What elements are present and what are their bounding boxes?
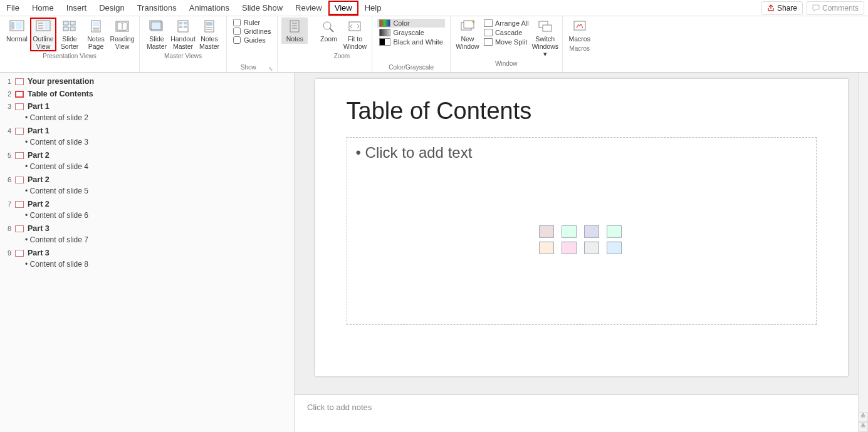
color-button[interactable]: Color <box>377 19 444 28</box>
content-placeholder[interactable]: • Click to add text <box>347 137 817 325</box>
group-label-presentation-views: Presentation Views <box>43 51 96 61</box>
grayscale-button[interactable]: Grayscale <box>377 28 444 37</box>
group-label-macros: Macros <box>569 44 590 53</box>
outline-slide-9[interactable]: 9 Part 3 <box>0 247 294 259</box>
outline-bullet[interactable]: • Content of slide 5 <box>0 186 294 198</box>
notes-page-button[interactable]: Notes Page <box>83 18 109 51</box>
svg-rect-9 <box>70 21 75 25</box>
svg-rect-28 <box>290 21 299 32</box>
move-split-icon <box>484 38 493 46</box>
new-window-button[interactable]: ✦ New Window <box>454 18 481 51</box>
outline-panel[interactable]: 1 Your presentation2 Table of Contents3 … <box>0 73 295 432</box>
svg-rect-13 <box>93 22 99 26</box>
outline-number: 7 <box>4 200 11 208</box>
outline-view-button[interactable]: Outline View <box>30 18 56 51</box>
outline-slide-3[interactable]: 3 Part 1 <box>0 100 294 113</box>
outline-title: Table of Contents <box>28 90 93 98</box>
outline-number: 9 <box>4 249 11 257</box>
normal-view-icon <box>8 19 26 34</box>
outline-slide-1[interactable]: 1 Your presentation <box>0 75 294 88</box>
tab-view[interactable]: View <box>328 1 358 16</box>
tab-help[interactable]: Help <box>358 1 388 15</box>
outline-slide-8[interactable]: 8 Part 3 <box>0 222 294 235</box>
gridlines-checkbox[interactable]: Gridlines <box>233 28 271 35</box>
group-label-window: Window <box>495 59 518 68</box>
outline-number: 5 <box>4 152 11 159</box>
slide-canvas[interactable]: Table of Contents • Click to add text <box>315 79 848 376</box>
comments-button[interactable]: Comments <box>807 1 864 15</box>
notes-page-icon <box>87 19 105 34</box>
insert-smartart-icon[interactable] <box>584 225 599 238</box>
reading-view-button[interactable]: Reading View <box>109 18 135 51</box>
notes-pane[interactable]: Click to add notes <box>295 394 858 432</box>
slide-master-icon <box>148 19 165 34</box>
cascade-button[interactable]: Cascade <box>482 28 531 37</box>
insert-video-icon[interactable] <box>584 242 599 254</box>
slide-master-button[interactable]: Slide Master <box>144 18 170 51</box>
outline-thumb-icon <box>15 91 24 98</box>
insert-table-icon[interactable] <box>539 225 554 238</box>
tab-slideshow[interactable]: Slide Show <box>236 1 289 15</box>
outline-bullet[interactable]: • Content of slide 8 <box>0 259 294 271</box>
prev-slide-button[interactable]: ≙ <box>858 412 868 422</box>
ruler-checkbox[interactable]: Ruler <box>233 19 271 26</box>
insert-picture-icon[interactable] <box>539 242 554 254</box>
outline-slide-5[interactable]: 5 Part 2 <box>0 149 294 162</box>
outline-thumb-icon <box>15 177 24 183</box>
outline-slide-7[interactable]: 7 Part 2 <box>0 198 294 210</box>
slide-title[interactable]: Table of Contents <box>347 98 817 125</box>
outline-number: 8 <box>4 225 11 232</box>
svg-rect-23 <box>184 26 187 28</box>
notes-master-button[interactable]: Notes Master <box>196 18 222 51</box>
comments-icon <box>812 4 820 12</box>
outline-thumb-icon <box>15 201 24 208</box>
svg-rect-7 <box>44 22 49 29</box>
outline-title: Part 2 <box>28 175 50 184</box>
fit-window-icon <box>346 19 363 34</box>
fit-to-window-button[interactable]: Fit to Window <box>342 18 368 51</box>
tab-file[interactable]: File <box>0 1 26 15</box>
svg-rect-1 <box>11 22 14 29</box>
outline-bullet[interactable]: • Content of slide 6 <box>0 210 294 222</box>
outline-bullet[interactable]: • Content of slide 7 <box>0 235 294 247</box>
tab-insert[interactable]: Insert <box>60 1 93 15</box>
tab-bar: File Home Insert Design Transitions Anim… <box>0 0 868 16</box>
outline-title: Your presentation <box>28 77 94 86</box>
notes-toggle-button[interactable]: Notes <box>281 18 308 44</box>
handout-master-button[interactable]: Handout Master <box>170 18 196 51</box>
outline-bullet[interactable]: • Content of slide 3 <box>0 137 294 149</box>
svg-rect-21 <box>184 22 187 24</box>
outline-thumb-icon <box>15 103 24 110</box>
insert-icon-icon[interactable] <box>607 242 622 254</box>
insert-3d-icon[interactable] <box>607 225 622 238</box>
share-button[interactable]: Share <box>761 1 803 15</box>
tab-review[interactable]: Review <box>289 1 328 15</box>
outline-title: Part 3 <box>28 249 50 257</box>
slide-sorter-button[interactable]: Slide Sorter <box>56 18 83 51</box>
normal-view-button[interactable]: Normal <box>4 18 30 44</box>
black-white-button[interactable]: Black and White <box>377 38 444 46</box>
switch-windows-button[interactable]: Switch Windows ▾ <box>532 18 558 59</box>
macros-button[interactable]: Macros <box>567 18 593 44</box>
insert-chart-icon[interactable] <box>562 225 577 238</box>
arrange-all-button[interactable]: Arrange All <box>482 19 531 28</box>
outline-title: Part 1 <box>28 102 50 111</box>
tab-animations[interactable]: Animations <box>183 1 236 15</box>
outline-slide-6[interactable]: 6 Part 2 <box>0 173 294 186</box>
zoom-button[interactable]: Zoom <box>315 18 342 44</box>
move-split-button[interactable]: Move Split <box>482 38 531 46</box>
outline-slide-2[interactable]: 2 Table of Contents <box>0 88 294 100</box>
tab-transitions[interactable]: Transitions <box>131 1 183 15</box>
next-slide-button[interactable]: ≚ <box>858 422 868 432</box>
show-dialog-launcher[interactable]: ⤡ <box>268 66 273 72</box>
vertical-scrollbar[interactable]: ≙ ≚ <box>858 73 868 432</box>
guides-checkbox[interactable]: Guides <box>233 36 271 44</box>
outline-bullet[interactable]: • Content of slide 2 <box>0 113 294 125</box>
insert-online-picture-icon[interactable] <box>562 242 577 254</box>
outline-thumb-icon <box>15 128 24 135</box>
outline-slide-4[interactable]: 4 Part 1 <box>0 125 294 137</box>
tab-home[interactable]: Home <box>26 1 60 15</box>
color-swatch-icon <box>379 19 390 27</box>
outline-bullet[interactable]: • Content of slide 4 <box>0 162 294 173</box>
tab-design[interactable]: Design <box>93 1 130 15</box>
